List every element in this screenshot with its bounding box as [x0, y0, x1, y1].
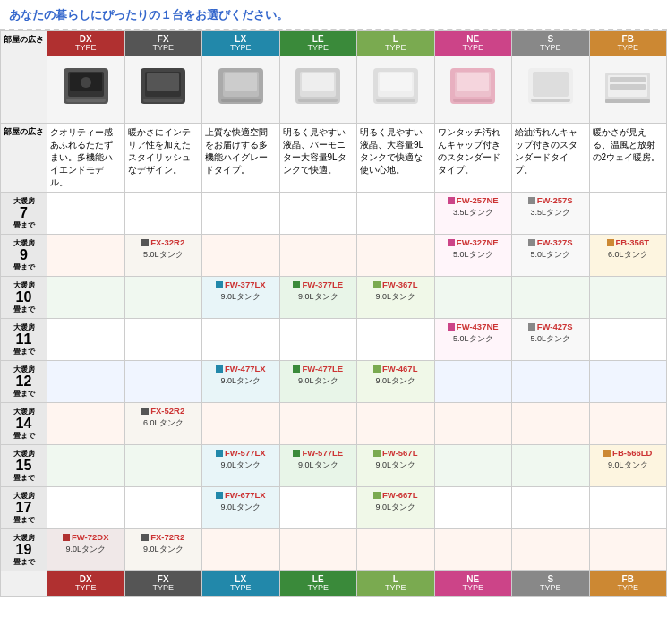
row9-fb[interactable]: FB-356T 6.0Lタンク [589, 234, 667, 276]
image-label-cell [1, 56, 47, 123]
row12-l[interactable]: FW-467L 9.0Lタンク [357, 360, 435, 402]
row19-unit: 畳まで [3, 557, 45, 567]
row11-s[interactable]: FW-427S 5.0Lタンク [512, 318, 590, 360]
row7-unit: 畳まで [3, 220, 45, 230]
row9-s[interactable]: FW-327S 5.0Lタンク [512, 234, 590, 276]
l-image-cell [357, 56, 435, 123]
row7-s[interactable]: FW-257S 3.5Lタンク [512, 192, 590, 234]
row19-fx-icon: FX-72R2 [128, 532, 200, 542]
row14-fx-icon: FX-52R2 [128, 406, 200, 416]
svg-rect-15 [302, 73, 334, 91]
row7-ne-tank: 3.5Lタンク [438, 207, 509, 219]
fb-heater-img [601, 59, 654, 113]
row11-dx [47, 318, 125, 360]
row11-l [357, 318, 435, 360]
row7-size-num: 7 [3, 206, 45, 220]
footer-l: LTYPE [357, 571, 435, 596]
row7-ne[interactable]: FW-257NE 3.5Lタンク [434, 192, 512, 234]
row9-l [357, 234, 435, 276]
row15-le[interactable]: FW-577LE 9.0Lタンク [279, 444, 357, 486]
row12-le[interactable]: FW-477LE 9.0Lタンク [279, 360, 357, 402]
fb-image-cell [589, 56, 667, 123]
lx-desc: 上質な快適空間をお届けする多機能ハイグレードタイプ。 [202, 123, 280, 192]
row12-lx-icon: FW-477LX [205, 364, 277, 374]
row15-fb[interactable]: FB-566LD 9.0Lタンク [589, 444, 667, 486]
row10-l[interactable]: FW-367L 9.0Lタンク [357, 276, 435, 318]
product-row-14: 大暖房 14 畳まで FX-52R2 6.0Lタンク [1, 402, 667, 444]
row9-lx [202, 234, 280, 276]
label-corner: 部屋の広さ [1, 31, 47, 56]
header-text: あなたの暮らしにぴったりの１台をお選びください。 [0, 0, 667, 30]
fx-heater-img [136, 59, 190, 113]
svg-rect-23 [457, 73, 489, 91]
row10-fx [124, 276, 202, 318]
row17-ne [434, 486, 512, 528]
row14-fb [589, 402, 667, 444]
type-lx-sub: TYPE [205, 44, 277, 53]
row15-l-icon: FW-567L [360, 448, 432, 458]
row9-fb-tank: 6.0Lタンク [593, 249, 664, 261]
footer-lx: LXTYPE [202, 571, 280, 596]
row19-l [357, 528, 435, 571]
row7-fb [589, 192, 667, 234]
row7-l [357, 192, 435, 234]
row14-le [279, 402, 357, 444]
row14-size-num: 14 [3, 416, 45, 431]
row15-le-icon: FW-577LE [283, 448, 355, 458]
row12-l-tank: 9.0Lタンク [360, 375, 432, 387]
row10-s [512, 276, 590, 318]
footer-le: LETYPE [279, 571, 357, 596]
row11-ne[interactable]: FW-437NE 5.0Lタンク [434, 318, 512, 360]
row15-l[interactable]: FW-567L 9.0Lタンク [357, 444, 435, 486]
fx-image-cell [124, 56, 202, 123]
type-fb-header: FB TYPE [589, 31, 667, 56]
type-footer-row: DXTYPE FXTYPE LXTYPE LETYPE LTYPE NETYPE… [1, 571, 667, 596]
row15-lx[interactable]: FW-577LX 9.0Lタンク [202, 444, 280, 486]
row14-fx[interactable]: FX-52R2 6.0Lタンク [124, 402, 202, 444]
svg-rect-31 [610, 84, 646, 90]
row15-ne [434, 444, 512, 486]
type-ne-sub: TYPE [438, 44, 509, 53]
row9-fx[interactable]: FX-32R2 5.0Lタンク [124, 234, 202, 276]
footer-s: STYPE [512, 571, 590, 596]
row11-label: 大暖房 11 畳まで [1, 318, 47, 360]
row17-fb [589, 486, 667, 528]
dx-desc: クオリティー感あふれるたたずまい。多機能ハイエンドモデル。 [47, 123, 125, 192]
ne-image-cell [434, 56, 512, 123]
row15-lx-icon: FW-577LX [205, 448, 277, 458]
type-dx-header: DX TYPE [47, 31, 125, 56]
ne-heater-img [446, 59, 500, 113]
row15-fb-icon: FB-566LD [593, 448, 664, 458]
le-image-cell [279, 56, 357, 123]
svg-rect-30 [610, 77, 646, 82]
row17-l[interactable]: FW-667L 9.0Lタンク [357, 486, 435, 528]
product-row-12: 大暖房 12 畳まで FW-477LX 9.0Lタンク FW-477LE 9.0… [1, 360, 667, 402]
le-heater-img [291, 59, 345, 113]
svg-rect-20 [376, 99, 415, 102]
row17-fx [124, 486, 202, 528]
row14-ne [434, 402, 512, 444]
row9-ne-icon: FW-327NE [438, 237, 509, 247]
product-row-15: 大暖房 15 畳まで FW-577LX 9.0Lタンク FW-577LE 9.0… [1, 444, 667, 486]
row10-le-tank: 9.0Lタンク [283, 291, 355, 303]
row11-s-tank: 5.0Lタンク [515, 333, 586, 345]
dx-image-cell [47, 56, 125, 123]
row10-l-tank: 9.0Lタンク [360, 291, 432, 303]
svg-rect-4 [66, 99, 106, 102]
type-l-header: L TYPE [357, 31, 435, 56]
svg-rect-19 [380, 73, 412, 91]
row9-ne[interactable]: FW-327NE 5.0Lタンク [434, 234, 512, 276]
row19-dx[interactable]: FW-72DX 9.0Lタンク [47, 528, 125, 571]
row10-lx[interactable]: FW-377LX 9.0Lタンク [202, 276, 280, 318]
row7-ne-icon: FW-257NE [438, 195, 509, 205]
row10-le[interactable]: FW-377LE 9.0Lタンク [279, 276, 357, 318]
row17-lx-tank: 9.0Lタンク [205, 502, 277, 513]
row12-label: 大暖房 12 畳まで [1, 360, 47, 402]
row19-fx[interactable]: FX-72R2 9.0Lタンク [124, 528, 202, 571]
row14-label: 大暖房 14 畳まで [1, 402, 47, 444]
type-fb-sub: TYPE [593, 44, 664, 53]
row12-lx[interactable]: FW-477LX 9.0Lタンク [202, 360, 280, 402]
product-grid: 部屋の広さ DX TYPE FX TYPE LX TYPE LE TYPE L … [0, 30, 667, 597]
row15-fb-tank: 9.0Lタンク [593, 459, 664, 471]
row17-lx[interactable]: FW-677LX 9.0Lタンク [202, 486, 280, 528]
